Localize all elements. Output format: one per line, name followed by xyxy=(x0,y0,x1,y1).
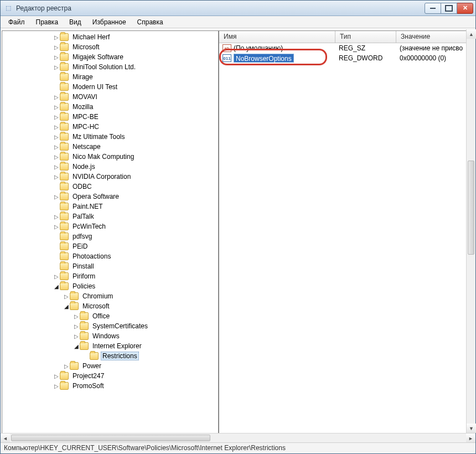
chevron-right-icon[interactable]: ▷ xyxy=(53,134,60,140)
tree-item[interactable]: ▷Piriform xyxy=(2,271,218,281)
tree-item-label: Restrictions xyxy=(101,352,139,360)
body: ▷Michael Herf▷Microsoft▷Migajek Software… xyxy=(1,29,475,442)
menu-view[interactable]: Вид xyxy=(64,17,87,28)
values-list[interactable]: ab (По умолчанию) REG_SZ (значение не пр… xyxy=(219,43,474,441)
tree-item[interactable]: PEiD xyxy=(2,241,218,251)
chevron-right-icon[interactable]: ▷ xyxy=(53,34,60,40)
tree-item[interactable]: ▷Project247 xyxy=(2,371,218,381)
tree-item-label: Pinstall xyxy=(71,262,96,271)
folder-icon xyxy=(70,302,79,310)
chevron-right-icon[interactable]: ▷ xyxy=(53,373,60,379)
chevron-right-icon[interactable]: ▷ xyxy=(53,214,60,220)
chevron-right-icon[interactable]: ▷ xyxy=(53,174,60,180)
chevron-right-icon[interactable]: ▷ xyxy=(73,333,80,339)
tree-item[interactable]: ▷PalTalk xyxy=(2,211,218,221)
folder-icon xyxy=(60,243,69,250)
tree-item-label: Policies xyxy=(71,282,97,291)
tree-item[interactable]: ▷Microsoft xyxy=(2,42,218,52)
tree-item[interactable]: ▷MOVAVI xyxy=(2,92,218,102)
folder-icon xyxy=(60,43,69,51)
chevron-right-icon[interactable]: ▷ xyxy=(53,194,60,200)
tree-item[interactable]: ▷Windows xyxy=(2,331,218,341)
tree-item[interactable]: ◢Internet Explorer xyxy=(2,341,218,351)
tree-item[interactable]: ▷MPC-BE xyxy=(2,112,218,122)
folder-icon xyxy=(60,203,69,210)
tree-item[interactable]: Restrictions xyxy=(2,351,218,361)
chevron-down-icon[interactable]: ◢ xyxy=(63,303,70,309)
tree-item-label: Opera Software xyxy=(71,192,121,201)
tree-item[interactable]: ▷SystemCertificates xyxy=(2,321,218,331)
tree-item[interactable]: ▷PcWinTech xyxy=(2,221,218,231)
tree-item[interactable]: ▷Opera Software xyxy=(2,192,218,202)
tree-item[interactable]: ▷Mozilla xyxy=(2,102,218,112)
tree-item-label: MPC-BE xyxy=(71,112,100,121)
menu-help[interactable]: Справка xyxy=(132,17,169,28)
folder-icon xyxy=(80,322,89,330)
tree-item[interactable]: Paint.NET xyxy=(2,202,218,211)
chevron-right-icon[interactable]: ▷ xyxy=(53,144,60,150)
chevron-right-icon[interactable]: ▷ xyxy=(73,313,80,319)
tree-item[interactable]: Modern UI Test xyxy=(2,82,218,92)
tree-item[interactable]: ▷Chromium xyxy=(2,291,218,301)
tree-item-label: Modern UI Test xyxy=(71,82,119,91)
tree-item[interactable]: ▷Nico Mak Computing xyxy=(2,152,218,162)
chevron-down-icon[interactable]: ◢ xyxy=(73,343,80,349)
tree-item[interactable]: ◢Microsoft xyxy=(2,301,218,311)
chevron-right-icon[interactable]: ▷ xyxy=(53,164,60,170)
chevron-right-icon[interactable]: ▷ xyxy=(53,274,60,280)
column-header-name[interactable]: Имя xyxy=(219,31,335,43)
maximize-button[interactable] xyxy=(441,3,457,14)
tree-item[interactable]: Pinstall xyxy=(2,261,218,271)
scroll-right-button[interactable]: ► xyxy=(466,434,474,441)
tree-item[interactable]: ▷Office xyxy=(2,311,218,321)
tree-item[interactable]: ▷Netscape xyxy=(2,142,218,152)
statusbar: Компьютер\HKEY_CURRENT_USER\Software\Pol… xyxy=(1,442,475,453)
chevron-right-icon[interactable]: ▷ xyxy=(63,293,70,300)
value-row-nobrowseroptions[interactable]: 011 NoBrowserOptions REG_DWORD 0x0000000… xyxy=(219,53,474,63)
menu-file[interactable]: Файл xyxy=(3,17,30,28)
tree-item[interactable]: ▷PromoSoft xyxy=(2,381,218,391)
folder-icon xyxy=(60,372,69,380)
values-horizontal-scrollbar[interactable]: ◄ ► xyxy=(219,433,474,441)
column-header-type[interactable]: Тип xyxy=(335,31,396,43)
chevron-right-icon[interactable]: ▷ xyxy=(53,224,60,230)
menu-edit[interactable]: Правка xyxy=(30,17,64,28)
folder-icon xyxy=(60,252,69,260)
chevron-right-icon[interactable]: ▷ xyxy=(53,124,60,130)
menu-favorites[interactable]: Избранное xyxy=(87,17,132,28)
tree-item[interactable]: ◢Policies xyxy=(2,281,218,291)
tree-item[interactable]: ▷Node.js xyxy=(2,162,218,172)
tree-item[interactable]: ▷MiniTool Solution Ltd. xyxy=(2,62,218,72)
chevron-right-icon[interactable]: ▷ xyxy=(53,114,60,120)
tree-item[interactable]: ODBC xyxy=(2,182,218,192)
value-row-default[interactable]: ab (По умолчанию) REG_SZ (значение не пр… xyxy=(219,43,474,53)
tree-item[interactable]: ▷Power xyxy=(2,361,218,371)
tree-item-label: PEiD xyxy=(71,242,89,251)
tree-item[interactable]: pdfsvg xyxy=(2,231,218,241)
chevron-right-icon[interactable]: ▷ xyxy=(53,383,60,389)
tree-item[interactable]: Photoactions xyxy=(2,251,218,261)
chevron-right-icon[interactable]: ▷ xyxy=(53,154,60,160)
folder-icon xyxy=(60,73,69,81)
tree-item[interactable]: Mirage xyxy=(2,72,218,82)
chevron-right-icon[interactable]: ▷ xyxy=(73,323,80,329)
chevron-right-icon[interactable]: ▷ xyxy=(53,44,60,50)
folder-icon xyxy=(60,143,69,151)
chevron-right-icon[interactable]: ▷ xyxy=(53,94,60,100)
chevron-down-icon[interactable]: ◢ xyxy=(53,283,60,290)
tree-item[interactable]: ▷MPC-HC xyxy=(2,122,218,132)
tree-item[interactable]: ▷NVIDIA Corporation xyxy=(2,172,218,182)
chevron-right-icon[interactable]: ▷ xyxy=(53,54,60,60)
chevron-right-icon[interactable]: ▷ xyxy=(53,104,60,110)
folder-icon xyxy=(60,123,69,131)
tree-item[interactable]: ▷Mz Ultimate Tools xyxy=(2,132,218,142)
close-button[interactable] xyxy=(457,3,473,14)
value-name-editing[interactable]: NoBrowserOptions xyxy=(234,54,294,63)
column-header-value[interactable]: Значение xyxy=(396,31,474,43)
chevron-right-icon[interactable]: ▷ xyxy=(63,363,70,369)
chevron-right-icon[interactable]: ▷ xyxy=(53,64,60,70)
tree-view[interactable]: ▷Michael Herf▷Microsoft▷Migajek Software… xyxy=(2,31,218,441)
tree-item[interactable]: ▷Migajek Software xyxy=(2,52,218,62)
minimize-button[interactable] xyxy=(425,3,441,14)
tree-item[interactable]: ▷Michael Herf xyxy=(2,32,218,42)
